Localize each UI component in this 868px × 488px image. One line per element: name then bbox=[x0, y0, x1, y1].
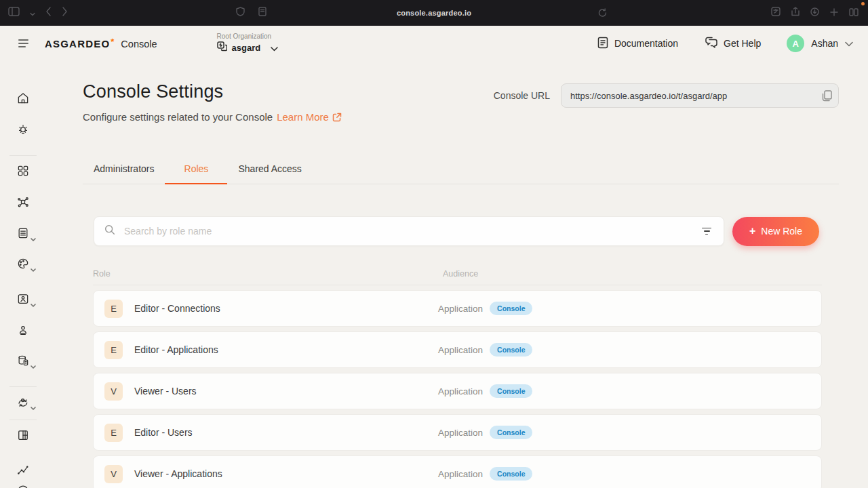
sidebar-item-home[interactable] bbox=[0, 93, 45, 106]
org-switcher-label: Root Organization bbox=[217, 33, 279, 40]
sidebar-item-resources[interactable] bbox=[0, 355, 45, 369]
chevron-down-icon bbox=[31, 263, 36, 275]
sidebar-item-attributes[interactable] bbox=[0, 228, 45, 241]
table-row[interactable]: E Editor - Users Application Console bbox=[93, 414, 822, 451]
audience-type: Application bbox=[438, 304, 483, 314]
database-icon bbox=[16, 354, 30, 370]
sidebar-item-get-started[interactable] bbox=[0, 125, 45, 138]
sidebar-divider bbox=[9, 386, 37, 387]
console-url-field[interactable] bbox=[561, 83, 839, 108]
external-link-icon bbox=[332, 113, 342, 122]
role-name: Editor - Applications bbox=[134, 344, 218, 355]
audience-badge: Console bbox=[490, 384, 532, 398]
audience-badge: Console bbox=[490, 467, 532, 481]
tab-roles[interactable]: Roles bbox=[165, 157, 227, 184]
main-content: Console Settings Configure settings rela… bbox=[45, 61, 868, 488]
org-name: asgard bbox=[232, 43, 261, 53]
role-avatar: E bbox=[104, 300, 123, 318]
role-name: Viewer - Users bbox=[134, 386, 197, 396]
brand-name: ASGARDEO bbox=[45, 38, 110, 49]
console-url-label: Console URL bbox=[494, 90, 550, 101]
audience-type: Application bbox=[438, 345, 483, 355]
chat-help-icon bbox=[705, 37, 717, 50]
tabs-bar: Administrators Roles Shared Access bbox=[83, 157, 839, 184]
filter-icon[interactable] bbox=[699, 225, 714, 238]
browser-chrome: console.asgardeo.io bbox=[0, 0, 868, 26]
list-document-icon bbox=[16, 226, 30, 243]
table-row[interactable]: V Viewer - Users Application Console bbox=[93, 373, 822, 409]
sidebar-item-insights[interactable] bbox=[0, 464, 45, 478]
chevron-down-icon bbox=[31, 232, 36, 245]
agent-person-icon bbox=[16, 323, 30, 340]
palette-icon bbox=[16, 257, 30, 273]
hamburger-menu-icon[interactable] bbox=[18, 39, 28, 47]
sidebar-item-organizations[interactable] bbox=[0, 430, 45, 443]
role-avatar: E bbox=[104, 424, 123, 442]
sidebar-item-partial[interactable] bbox=[16, 483, 30, 488]
brand-product: Console bbox=[121, 39, 157, 49]
role-search-bar[interactable] bbox=[94, 216, 724, 246]
user-avatar: A bbox=[787, 35, 804, 52]
documentation-label: Documentation bbox=[614, 38, 678, 49]
browser-share-icon[interactable] bbox=[791, 7, 800, 19]
table-row[interactable]: V Viewer - Applications Application Cons… bbox=[93, 455, 822, 488]
page-title: Console Settings bbox=[83, 81, 342, 102]
column-header-role: Role bbox=[93, 269, 111, 279]
chevron-down-icon bbox=[31, 360, 36, 372]
browser-downloads-icon[interactable] bbox=[810, 7, 819, 19]
column-header-audience: Audience bbox=[443, 269, 478, 279]
learn-more-link[interactable]: Learn More bbox=[277, 111, 342, 123]
sidebar-item-self-service[interactable] bbox=[0, 396, 45, 410]
audience-badge: Console bbox=[490, 426, 532, 439]
search-icon bbox=[104, 224, 116, 239]
documentation-link[interactable]: Documentation bbox=[597, 37, 678, 51]
role-avatar: E bbox=[104, 341, 123, 359]
connections-hub-icon bbox=[16, 195, 30, 211]
browser-reload-icon[interactable] bbox=[598, 0, 607, 26]
sidebar bbox=[0, 61, 45, 488]
browser-new-tab-icon[interactable] bbox=[830, 7, 838, 19]
console-url-input[interactable] bbox=[561, 91, 838, 101]
sidebar-divider bbox=[9, 155, 37, 156]
new-role-button[interactable]: + New Role bbox=[732, 217, 819, 246]
organization-icon bbox=[217, 41, 227, 54]
sidebar-item-applications[interactable] bbox=[0, 165, 45, 179]
sidebar-divider bbox=[9, 420, 37, 420]
browser-translate-icon[interactable] bbox=[771, 7, 781, 19]
browser-privacy-shield-icon[interactable] bbox=[236, 7, 245, 19]
sidebar-item-connections[interactable] bbox=[0, 197, 45, 210]
get-help-label: Get Help bbox=[724, 38, 761, 49]
copy-icon[interactable] bbox=[822, 90, 832, 104]
recording-indicator-dot bbox=[861, 2, 865, 5]
roles-toolbar: + New Role bbox=[94, 216, 819, 246]
sidebar-item-user-management[interactable] bbox=[0, 293, 45, 307]
user-sync-icon bbox=[16, 395, 30, 411]
analytics-line-icon bbox=[16, 463, 30, 479]
page-subtitle: Configure settings related to your Conso… bbox=[83, 111, 273, 123]
browser-forward-icon[interactable] bbox=[62, 7, 68, 19]
browser-url[interactable]: console.asgardeo.io bbox=[0, 0, 868, 26]
screen: console.asgardeo.io ASGARDEO * Console R… bbox=[0, 0, 868, 488]
browser-sidebar-chevron-icon[interactable] bbox=[30, 7, 35, 19]
user-menu[interactable]: A Ashan bbox=[787, 35, 853, 52]
table-row[interactable]: E Editor - Connections Application Conso… bbox=[93, 290, 822, 327]
plus-icon: + bbox=[749, 226, 755, 237]
brand-logo[interactable]: ASGARDEO * Console bbox=[45, 38, 157, 49]
lightbulb-icon bbox=[16, 123, 30, 140]
sidebar-item-branding[interactable] bbox=[0, 258, 45, 272]
tab-administrators[interactable]: Administrators bbox=[83, 157, 165, 184]
table-row[interactable]: E Editor - Applications Application Cons… bbox=[93, 331, 822, 368]
role-search-input[interactable] bbox=[123, 225, 699, 237]
browser-sidebar-toggle-icon[interactable] bbox=[8, 7, 20, 19]
table-header: Role Audience bbox=[93, 269, 822, 285]
browser-tabs-overview-icon[interactable] bbox=[849, 7, 859, 19]
get-help-link[interactable]: Get Help bbox=[705, 37, 761, 50]
chevron-down-icon bbox=[31, 298, 36, 310]
audience-badge: Console bbox=[490, 302, 532, 315]
tab-shared-access[interactable]: Shared Access bbox=[227, 157, 312, 184]
user-chevron-down-icon bbox=[845, 37, 853, 49]
browser-reader-icon[interactable] bbox=[258, 7, 267, 19]
browser-back-icon[interactable] bbox=[45, 7, 52, 19]
sidebar-item-agents[interactable] bbox=[0, 325, 45, 338]
org-switcher[interactable]: Root Organization asgard bbox=[217, 33, 279, 54]
